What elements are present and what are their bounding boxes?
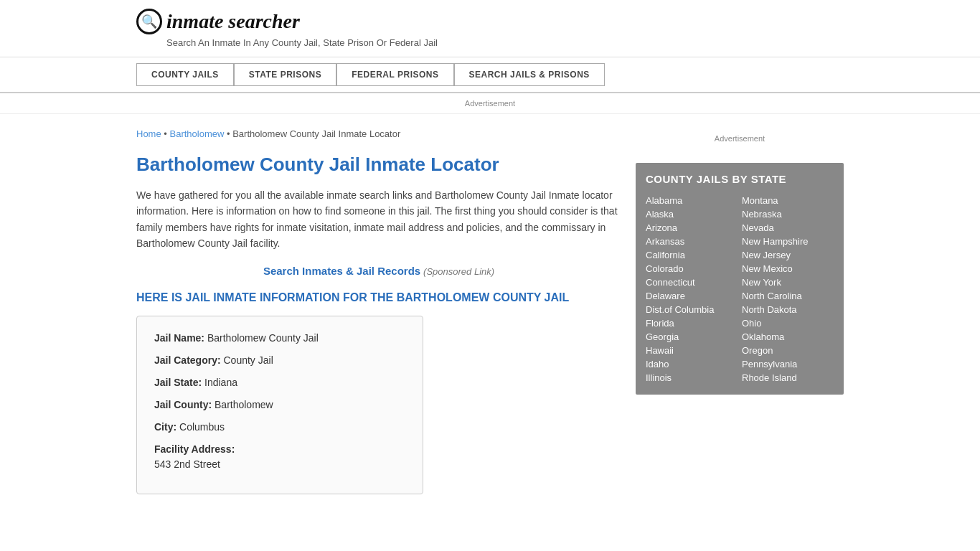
content-wrapper: Home • Bartholomew • Bartholomew County … (0, 114, 980, 509)
state-link[interactable]: Arizona (646, 221, 738, 235)
jail-county-row: Jail County: Bartholomew (154, 397, 405, 413)
nav-county-jails[interactable]: COUNTY JAILS (136, 63, 234, 86)
state-link[interactable]: Florida (646, 316, 738, 330)
state-link[interactable]: Georgia (646, 330, 738, 344)
search-inmates-link[interactable]: Search Inmates & Jail Records (263, 265, 420, 277)
state-link[interactable]: Dist.of Columbia (646, 303, 738, 316)
jail-name-row: Jail Name: Bartholomew County Jail (154, 331, 405, 346)
state-link[interactable]: Ohio (742, 316, 834, 330)
state-link[interactable]: Hawaii (646, 344, 738, 357)
nav-state-prisons[interactable]: STATE PRISONS (234, 63, 336, 86)
states-right-col: MontanaNebraskaNevadaNew HampshireNew Je… (742, 194, 834, 385)
jail-state-val: Indiana (204, 377, 237, 388)
state-link[interactable]: California (646, 248, 738, 262)
intro-text: We have gathered for you all the availab… (136, 187, 621, 252)
nav-federal-prisons[interactable]: FEDERAL PRISONS (336, 63, 453, 86)
jail-name-val: Bartholomew County Jail (207, 332, 319, 344)
jail-address-row: Facility Address: 543 2nd Street (154, 442, 405, 472)
ad-bar: Advertisement (0, 93, 980, 114)
state-link[interactable]: Alabama (646, 194, 738, 207)
state-link[interactable]: Nevada (742, 221, 834, 235)
jail-state-row: Jail State: Indiana (154, 375, 405, 390)
state-link[interactable]: Rhode Island (742, 371, 834, 385)
state-link[interactable]: Alaska (646, 207, 738, 221)
search-logo-icon: 🔍 (136, 9, 162, 34)
page-title: Bartholomew County Jail Inmate Locator (136, 154, 621, 176)
jail-city-label: City: (154, 421, 176, 433)
main-content: Home • Bartholomew • Bartholomew County … (136, 114, 621, 509)
sidebar: Advertisement COUNTY JAILS BY STATE Alab… (636, 114, 844, 509)
state-link[interactable]: North Dakota (742, 303, 834, 316)
breadcrumb: Home • Bartholomew • Bartholomew County … (136, 128, 621, 139)
sponsored-text: (Sponsored Link) (423, 266, 494, 277)
jail-name-label: Jail Name: (154, 332, 204, 344)
state-link[interactable]: Delaware (646, 289, 738, 303)
state-link[interactable]: Arkansas (646, 235, 738, 248)
state-box: COUNTY JAILS BY STATE AlabamaAlaskaArizo… (636, 163, 844, 395)
breadcrumb-parent[interactable]: Bartholomew (169, 128, 224, 139)
navigation: COUNTY JAILS STATE PRISONS FEDERAL PRISO… (0, 57, 980, 93)
tagline: Search An Inmate In Any County Jail, Sta… (166, 37, 844, 48)
jail-category-label: Jail Category: (154, 354, 221, 366)
state-grid: AlabamaAlaskaArizonaArkansasCaliforniaCo… (646, 194, 834, 385)
state-link[interactable]: Pennsylvania (742, 357, 834, 371)
state-link[interactable]: New York (742, 276, 834, 289)
jail-state-label: Jail State: (154, 377, 202, 388)
breadcrumb-home[interactable]: Home (136, 128, 161, 139)
logo-searcher: searcher (223, 10, 300, 32)
sidebar-ad: Advertisement (636, 128, 844, 149)
states-left-col: AlabamaAlaskaArizonaArkansasCaliforniaCo… (646, 194, 738, 385)
header: 🔍 inmate searcher Search An Inmate In An… (0, 0, 980, 57)
state-link[interactable]: Oregon (742, 344, 834, 357)
breadcrumb-current: Bartholomew County Jail Inmate Locator (232, 128, 400, 139)
jail-info-heading: HERE IS JAIL INMATE INFORMATION FOR THE … (136, 291, 621, 304)
breadcrumb-sep2: • (227, 128, 232, 139)
jail-city-val: Columbus (179, 421, 225, 433)
logo-text: inmate searcher (166, 10, 300, 33)
state-link[interactable]: New Mexico (742, 262, 834, 276)
state-link[interactable]: Illinois (646, 371, 738, 385)
search-link-area: Search Inmates & Jail Records (Sponsored… (136, 265, 621, 277)
state-link[interactable]: Montana (742, 194, 834, 207)
jail-category-row: Jail Category: County Jail (154, 353, 405, 368)
state-link[interactable]: Connecticut (646, 276, 738, 289)
logo-area: 🔍 inmate searcher (136, 9, 844, 34)
nav-search-jails[interactable]: SEARCH JAILS & PRISONS (454, 63, 605, 86)
logo-inmate: inmate (166, 10, 223, 32)
jail-category-val: County Jail (223, 354, 273, 366)
state-link[interactable]: Oklahoma (742, 330, 834, 344)
jail-address-label: Facility Address: (154, 443, 235, 455)
state-link[interactable]: Idaho (646, 357, 738, 371)
state-link[interactable]: New Jersey (742, 248, 834, 262)
state-link[interactable]: North Carolina (742, 289, 834, 303)
jail-county-val: Bartholomew (215, 399, 273, 410)
jail-city-row: City: Columbus (154, 420, 405, 435)
jail-info-box: Jail Name: Bartholomew County Jail Jail … (136, 316, 423, 494)
jail-county-label: Jail County: (154, 399, 212, 410)
state-link[interactable]: New Hampshire (742, 235, 834, 248)
jail-address-val: 543 2nd Street (154, 457, 405, 472)
state-link[interactable]: Nebraska (742, 207, 834, 221)
state-link[interactable]: Colorado (646, 262, 738, 276)
state-box-title: COUNTY JAILS BY STATE (646, 173, 834, 185)
